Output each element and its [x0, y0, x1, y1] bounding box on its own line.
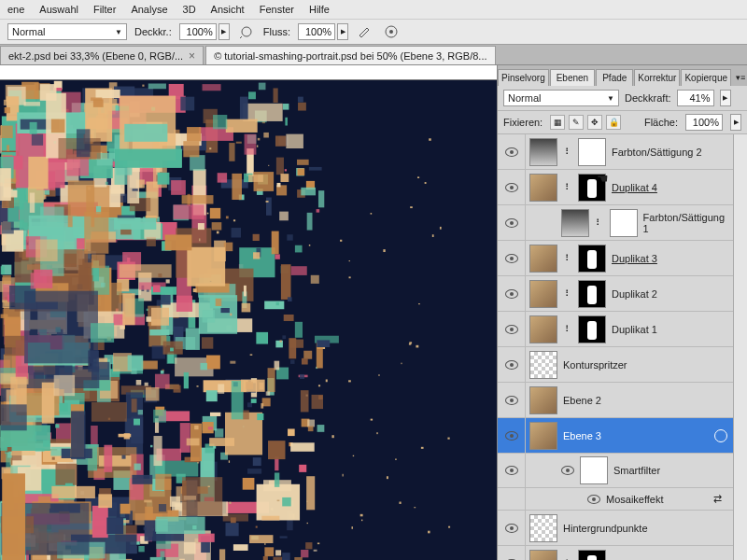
- menu-item[interactable]: Auswahl: [39, 4, 78, 15]
- link-icon[interactable]: ⠇: [563, 253, 572, 263]
- layer-thumb[interactable]: [529, 174, 557, 202]
- layer-row[interactable]: Mosaikeffekt⇄: [498, 488, 733, 511]
- visibility-toggle[interactable]: [498, 312, 526, 346]
- layer-row[interactable]: ⠇Duplikat 2: [498, 276, 733, 312]
- layer-name[interactable]: Duplikat 1: [612, 324, 657, 335]
- menu-item[interactable]: Ansicht: [211, 4, 245, 15]
- lock-pixels-icon[interactable]: ✎: [569, 115, 584, 130]
- layer-row[interactable]: ⠇Freistellung Motiv: [498, 546, 733, 560]
- fill-flyout[interactable]: ▶: [730, 114, 741, 131]
- layer-thumb[interactable]: [529, 280, 557, 308]
- link-icon[interactable]: ⠇: [595, 217, 604, 228]
- fill-input[interactable]: 100%: [685, 114, 723, 131]
- visibility-toggle[interactable]: [498, 488, 526, 510]
- menu-item[interactable]: 3D: [183, 4, 196, 15]
- layer-thumb[interactable]: [529, 386, 557, 414]
- visibility-toggle[interactable]: [498, 511, 526, 545]
- layer-thumb[interactable]: [529, 514, 557, 542]
- link-icon[interactable]: ⠇: [563, 288, 572, 299]
- mask-thumb[interactable]: [578, 550, 606, 561]
- visibility-toggle[interactable]: [498, 347, 526, 382]
- layer-thumb[interactable]: [529, 422, 557, 450]
- link-icon[interactable]: ⠇: [563, 147, 572, 157]
- layer-row[interactable]: ⠇Farbton/Sättigung 2: [498, 134, 733, 170]
- visibility-toggle[interactable]: [498, 205, 526, 240]
- layer-name[interactable]: Ebene 3: [563, 430, 601, 441]
- menu-item[interactable]: Hilfe: [309, 4, 330, 15]
- lock-position-icon[interactable]: ✥: [587, 115, 602, 130]
- panel-tab[interactable]: Pinselvorg: [498, 69, 549, 86]
- visibility-toggle[interactable]: [498, 276, 526, 311]
- layer-row[interactable]: ⠇Duplikat 1: [498, 312, 733, 347]
- panel-tab[interactable]: Pfade: [596, 69, 633, 86]
- layer-thumb[interactable]: [529, 245, 557, 273]
- layer-name[interactable]: Ebene 2: [563, 395, 601, 406]
- filter-options-icon[interactable]: ⇄: [713, 493, 722, 505]
- layer-name[interactable]: Duplikat 3: [612, 253, 657, 264]
- flow-input[interactable]: 100%: [298, 23, 335, 40]
- tablet-pressure-icon[interactable]: [356, 22, 374, 41]
- layer-opacity-input[interactable]: 41%: [677, 90, 714, 106]
- menu-item[interactable]: Fenster: [260, 4, 294, 15]
- layer-name[interactable]: Duplikat 4: [612, 182, 657, 193]
- visibility-toggle[interactable]: [498, 546, 526, 560]
- layers-list[interactable]: ⠇Farbton/Sättigung 2⠇☚Duplikat 4⠇Farbton…: [498, 134, 733, 560]
- layer-thumb[interactable]: [529, 315, 557, 343]
- layer-name[interactable]: Duplikat 2: [612, 288, 657, 300]
- visibility-toggle[interactable]: [498, 454, 526, 487]
- layer-row[interactable]: ⠇Farbton/Sättigung 1: [498, 205, 733, 241]
- lock-all-icon[interactable]: 🔒: [606, 115, 621, 130]
- layer-row[interactable]: Konturspritzer: [498, 347, 733, 383]
- close-icon[interactable]: ×: [189, 49, 195, 63]
- layer-thumb[interactable]: [561, 209, 589, 237]
- flow-flyout[interactable]: ▶: [337, 23, 348, 40]
- scrollbar[interactable]: [733, 134, 747, 560]
- visibility-toggle[interactable]: [498, 134, 526, 169]
- link-icon[interactable]: ⠇: [563, 182, 572, 192]
- visibility-toggle[interactable]: [498, 418, 526, 453]
- layer-name[interactable]: Hintergrundpunkte: [563, 523, 648, 534]
- opacity-input[interactable]: 100%: [179, 23, 217, 40]
- opacity-flyout[interactable]: ▶: [218, 23, 230, 40]
- visibility-toggle[interactable]: [498, 241, 526, 275]
- panel-menu-icon[interactable]: ▾≡: [732, 69, 747, 86]
- menu-item[interactable]: Analyse: [131, 4, 167, 15]
- lock-transparency-icon[interactable]: ▦: [550, 115, 565, 130]
- mask-thumb[interactable]: ☚: [578, 174, 606, 202]
- airbrush-icon[interactable]: [237, 22, 256, 41]
- filter-mask-thumb[interactable]: [580, 456, 608, 484]
- panel-tab-layers[interactable]: Ebenen: [550, 69, 595, 86]
- layer-row[interactable]: Ebene 2: [498, 383, 733, 418]
- mask-thumb[interactable]: [578, 315, 606, 343]
- visibility-toggle[interactable]: [498, 383, 526, 417]
- layer-thumb[interactable]: [529, 351, 557, 379]
- layer-name[interactable]: Smartfilter: [613, 465, 660, 476]
- menu-item[interactable]: ene: [7, 4, 24, 15]
- mask-thumb[interactable]: [578, 138, 606, 166]
- layer-row[interactable]: ⠇☚Duplikat 4: [498, 170, 733, 205]
- canvas-area[interactable]: [0, 65, 497, 560]
- link-icon[interactable]: ⠇: [563, 324, 572, 334]
- visibility-toggle[interactable]: [498, 170, 526, 204]
- menu-item[interactable]: Filter: [93, 4, 116, 15]
- mask-thumb[interactable]: [610, 209, 638, 237]
- layer-name[interactable]: Konturspritzer: [563, 359, 627, 371]
- layer-thumb[interactable]: [529, 138, 557, 166]
- mask-thumb[interactable]: [578, 280, 606, 308]
- tablet-opacity-icon[interactable]: [382, 22, 401, 41]
- opacity-flyout[interactable]: ▶: [720, 90, 731, 106]
- blend-mode-select[interactable]: Normal ▼: [7, 23, 127, 40]
- layer-row[interactable]: Smartfilter: [498, 454, 733, 488]
- layer-name[interactable]: Farbton/Sättigung 2: [612, 147, 702, 158]
- panel-tab[interactable]: Korrektur: [634, 69, 680, 86]
- layer-row[interactable]: Hintergrundpunkte: [498, 511, 733, 546]
- layer-name[interactable]: Mosaikeffekt: [606, 494, 664, 505]
- layer-row[interactable]: ⠇Duplikat 3: [498, 241, 733, 276]
- mask-thumb[interactable]: [578, 245, 606, 273]
- layer-row[interactable]: Ebene 3: [498, 418, 733, 454]
- layer-name[interactable]: Farbton/Sättigung 1: [643, 212, 729, 234]
- document-tab[interactable]: © tutorial-smashing-portrait.psd bei 50%…: [205, 46, 495, 64]
- panel-tab[interactable]: Kopierque: [681, 69, 731, 86]
- layer-thumb[interactable]: [529, 550, 557, 561]
- layer-blend-select[interactable]: Normal ▼: [503, 90, 619, 106]
